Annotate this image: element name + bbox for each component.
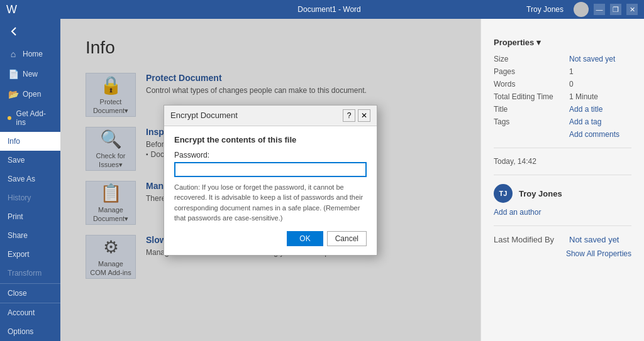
sidebar-item-history: History [0, 188, 60, 207]
sidebar-item-open[interactable]: 📂 Open [0, 84, 60, 104]
avatar-circle: TJ [494, 184, 513, 203]
props-value-title[interactable]: Add a title [569, 105, 602, 114]
props-row-pages: Pages 1 [494, 67, 631, 76]
sidebar-item-save-as[interactable]: Save As [0, 170, 60, 188]
props-value-pages: 1 [569, 67, 574, 76]
open-icon: 📂 [8, 89, 19, 99]
sidebar-item-get-add-ins[interactable]: Get Add-ins [0, 104, 60, 132]
encrypt-dialog: Encrypt Document ? ✕ Encrypt the content… [164, 105, 377, 256]
properties-header[interactable]: Properties ▾ [494, 38, 631, 47]
cancel-button[interactable]: Cancel [327, 231, 367, 246]
sidebar-item-save[interactable]: Save [0, 151, 60, 170]
props-value-tags[interactable]: Add a tag [569, 117, 601, 126]
sidebar-item-transform: Transform [0, 264, 60, 283]
dot-icon [8, 116, 11, 120]
password-label: Password: [174, 151, 367, 160]
dialog-help-button[interactable]: ? [343, 109, 355, 122]
show-all-properties-link[interactable]: Show All Properties [494, 249, 631, 258]
props-label-title: Title [494, 105, 569, 114]
sidebar-item-new[interactable]: 📄 New [0, 64, 60, 84]
close-button[interactable]: ✕ [626, 4, 638, 15]
props-label-words: Words [494, 80, 569, 89]
dialog-footer: OK Cancel [174, 231, 367, 246]
props-row-words: Words 0 [494, 80, 631, 89]
props-label-tags: Tags [494, 117, 569, 126]
dialog-controls: ? ✕ [343, 109, 370, 122]
add-author-link[interactable]: Add an author [494, 208, 631, 217]
properties-panel: Properties ▾ Size Not saved yet Pages 1 … [480, 19, 644, 341]
props-label-comments [494, 130, 569, 139]
props-row-editing-time: Total Editing Time 1 Minute [494, 92, 631, 101]
dialog-body: Encrypt the contents of this file Passwo… [164, 126, 377, 255]
titlebar: W Document1 - Word Troy Jones — ❐ ✕ [0, 0, 644, 19]
last-modified-value: Not saved yet [569, 235, 619, 244]
sidebar-item-info[interactable]: Info [0, 132, 60, 151]
dialog-section-title: Encrypt the contents of this file [174, 135, 367, 144]
props-row-comments: Add comments [494, 130, 631, 139]
sidebar-item-account[interactable]: Account [0, 303, 60, 322]
dialog-titlebar: Encrypt Document ? ✕ [164, 106, 377, 126]
dialog-overlay: Encrypt Document ? ✕ Encrypt the content… [60, 19, 480, 341]
props-label-pages: Pages [494, 67, 569, 76]
props-value-editing-time: 1 Minute [569, 92, 598, 101]
new-icon: 📄 [8, 69, 19, 79]
props-row-tags: Tags Add a tag [494, 117, 631, 126]
sidebar-item-options[interactable]: Options [0, 322, 60, 341]
sidebar-item-share[interactable]: Share [0, 226, 60, 245]
ok-button[interactable]: OK [287, 231, 323, 246]
last-modified-row: Last Modified By Not saved yet [494, 235, 631, 244]
sidebar-bottom: Close Account Options [0, 283, 60, 341]
sidebar-item-print[interactable]: Print [0, 207, 60, 226]
dialog-close-button[interactable]: ✕ [358, 109, 370, 122]
avatar [574, 2, 589, 17]
props-row-title: Title Add a title [494, 105, 631, 114]
minimize-button[interactable]: — [594, 4, 605, 15]
restore-button[interactable]: ❐ [610, 4, 621, 15]
author-name: Troy Jones [519, 189, 562, 198]
props-value-size: Not saved yet [569, 55, 615, 63]
last-modified-time: Today, 14:42 [494, 157, 631, 166]
props-value-words: 0 [569, 80, 574, 89]
props-label-editing-time: Total Editing Time [494, 92, 569, 101]
divider-2 [494, 175, 631, 175]
sidebar-item-export[interactable]: Export [0, 245, 60, 264]
last-modified-label: Last Modified By [494, 235, 569, 244]
divider-1 [494, 148, 631, 148]
dialog-warning: Caution: If you lose or forget the passw… [174, 182, 367, 224]
main-content: Info 🔒 ProtectDocument▾ Protect Document… [60, 19, 480, 341]
user-name: Troy Jones [526, 5, 564, 14]
dialog-title: Encrypt Document [170, 111, 238, 120]
password-input[interactable] [174, 162, 367, 177]
sidebar-nav: ⌂ Home 📄 New 📂 Open Get Add-ins Info Sav… [0, 44, 60, 283]
author-row: TJ Troy Jones [494, 184, 631, 203]
back-button[interactable] [0, 19, 60, 44]
props-label-size: Size [494, 55, 569, 63]
sidebar-item-home[interactable]: ⌂ Home [0, 44, 60, 64]
window-title: Document1 - Word [132, 5, 526, 14]
sidebar: ⌂ Home 📄 New 📂 Open Get Add-ins Info Sav… [0, 19, 60, 341]
sidebar-item-close[interactable]: Close [0, 284, 60, 303]
home-icon: ⌂ [8, 49, 19, 59]
properties-table: Size Not saved yet Pages 1 Words 0 Total… [494, 55, 631, 139]
divider-3 [494, 225, 631, 226]
props-value-comments[interactable]: Add comments [569, 130, 619, 139]
props-row-size: Size Not saved yet [494, 55, 631, 63]
